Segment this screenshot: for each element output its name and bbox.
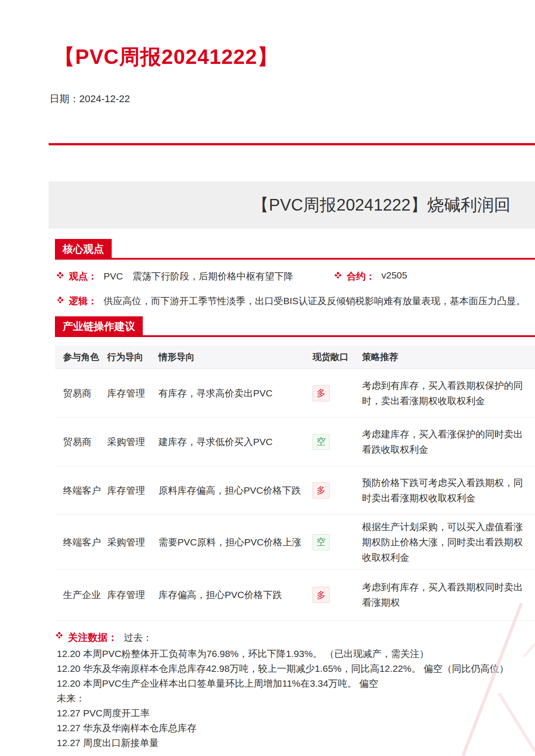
cell-situation: 需要PVC原料，担心PVC价格上涨 bbox=[159, 536, 313, 549]
cell-behavior: 采购管理 bbox=[107, 536, 159, 549]
cell-behavior: 库存管理 bbox=[107, 589, 159, 601]
past-label: 过去： bbox=[124, 630, 152, 645]
col-header-situation: 情形导向 bbox=[159, 351, 313, 363]
contract-label: 合约： bbox=[347, 270, 375, 283]
diamond-bullet-icon bbox=[56, 632, 63, 639]
cell-situation: 库存偏高，担心PVC价格下跌 bbox=[159, 589, 313, 601]
col-header-behavior: 行为导向 bbox=[107, 351, 159, 363]
cell-strategy: 预防价格下跌可考虑买入看跌期权，同时卖出看涨期权收取权利金 bbox=[362, 475, 530, 506]
cell-strategy: 考虑到有库存，买入看跌期权保护的同时，卖出看涨期权收取权利金 bbox=[362, 378, 530, 409]
viewpoint-label: 观点： bbox=[69, 270, 97, 283]
exposure-badge-short: 空 bbox=[313, 434, 330, 450]
col-header-strategy: 策略推荐 bbox=[362, 349, 530, 364]
col-header-role: 参与角色 bbox=[55, 351, 107, 363]
data-watch-item: 12.20 华东及华南原样本仓库总库存42.98万吨，较上一期减少1.65%，同… bbox=[57, 661, 534, 676]
table-row: 贸易商 库存管理 有库存，寻求高价卖出PVC 多 考虑到有库存，买入看跌期权保护… bbox=[55, 369, 535, 418]
cell-role: 生产企业 bbox=[55, 589, 107, 601]
cell-situation: 原料库存偏高，担心PVC价格下跌 bbox=[159, 484, 313, 497]
table-row: 终端客户 采购管理 需要PVC原料，担心PVC价格上涨 空 根据生产计划采购，可… bbox=[55, 515, 535, 570]
cell-role: 终端客户 bbox=[55, 536, 107, 549]
contract-row: 合约： v2505 bbox=[336, 270, 407, 283]
contract-value: v2505 bbox=[381, 270, 407, 281]
cell-exposure: 空 bbox=[313, 434, 362, 450]
page-title: 【PVC周报20241222】 bbox=[54, 43, 278, 71]
data-watch-heading: 关注数据： 过去： bbox=[57, 630, 534, 645]
diamond-bullet-icon bbox=[57, 272, 64, 279]
exposure-badge-short: 空 bbox=[313, 534, 330, 550]
table-row: 贸易商 采购管理 建库存，寻求低价买入PVC 空 考虑建库存，买入看涨保护的同时… bbox=[55, 418, 535, 466]
exposure-badge-long: 多 bbox=[313, 385, 330, 401]
exposure-badge-long: 多 bbox=[313, 587, 330, 603]
advice-heading-underline bbox=[55, 335, 535, 337]
data-watch-item: 12.20 本周PVC粉整体开工负荷率为76.98%，环比下降1.93%。 （已… bbox=[57, 646, 534, 661]
future-label: 未来： bbox=[57, 691, 534, 706]
advice-table: 参与角色 行为导向 情形导向 现货敞口 策略推荐 贸易商 库存管理 有库存，寻求… bbox=[55, 345, 535, 621]
cell-role: 贸易商 bbox=[55, 436, 107, 448]
cell-behavior: 库存管理 bbox=[107, 387, 159, 400]
data-watch-item: 12.27 周度出口新接单量 bbox=[57, 735, 534, 750]
banner-title: 【PVC周报20241222】烧碱利润回 bbox=[49, 181, 535, 229]
col-header-exposure: 现货敞口 bbox=[313, 351, 362, 363]
logic-label: 逻辑： bbox=[69, 295, 97, 307]
data-watch-item: 12.20 本周PVC生产企业样本出口签单量环比上周增加11%在3.34万吨。 … bbox=[57, 676, 534, 691]
core-heading-underline bbox=[55, 258, 535, 260]
top-divider bbox=[49, 143, 535, 145]
advice-table-header: 参与角色 行为导向 情形导向 现货敞口 策略推荐 bbox=[55, 345, 535, 369]
cell-behavior: 库存管理 bbox=[107, 484, 159, 497]
data-watch-item: 12.27 PVC周度开工率 bbox=[57, 706, 534, 720]
viewpoint-text: PVC 震荡下行阶段，后期价格中枢有望下降 bbox=[104, 270, 293, 283]
cell-exposure: 多 bbox=[313, 385, 362, 401]
logic-row: 逻辑： 供应高位，而下游开工季节性淡季，出口受BIS认证及反倾销税影响难有放量表… bbox=[58, 295, 533, 307]
cell-role: 贸易商 bbox=[55, 387, 107, 400]
diamond-bullet-icon bbox=[58, 297, 63, 304]
cell-behavior: 采购管理 bbox=[107, 436, 159, 448]
cell-strategy: 考虑建库存，买入看涨保护的同时卖出看跌收取权利金 bbox=[362, 427, 530, 457]
report-date: 日期：2024-12-22 bbox=[50, 92, 130, 106]
viewpoint-row: 观点： PVC 震荡下行阶段，后期价格中枢有望下降 bbox=[58, 270, 293, 283]
cell-strategy: 根据生产计划采购，可以买入虚值看涨期权防止价格大涨，同时卖出看跌期权收取权利金 bbox=[362, 519, 530, 565]
cell-exposure: 多 bbox=[313, 482, 362, 499]
cell-situation: 建库存，寻求低价买入PVC bbox=[159, 436, 313, 448]
logic-text: 供应高位，而下游开工季节性淡季，出口受BIS认证及反倾销税影响难有放量表现，基本… bbox=[104, 295, 526, 307]
section-heading-core: 核心观点 bbox=[55, 239, 112, 259]
section-heading-advice: 产业链操作建议 bbox=[55, 316, 143, 337]
report-page: 【PVC周报20241222】 日期：2024-12-22 【PVC周报2024… bbox=[0, 0, 535, 756]
data-watch-item: 12.27 华东及华南样本仓库总库存 bbox=[57, 720, 534, 735]
table-row: 终端客户 库存管理 原料库存偏高，担心PVC价格下跌 多 预防价格下跌可考虑买入… bbox=[55, 466, 535, 515]
report-banner: 【PVC周报20241222】烧碱利润回 bbox=[49, 181, 535, 229]
cell-exposure: 多 bbox=[313, 587, 362, 603]
table-row: 生产企业 库存管理 库存偏高，担心PVC价格下跌 多 考虑到有库存，买入看跌期权… bbox=[55, 570, 535, 621]
cell-situation: 有库存，寻求高价卖出PVC bbox=[159, 387, 313, 400]
data-watch-label: 关注数据： bbox=[68, 630, 118, 645]
cell-role: 终端客户 bbox=[55, 484, 107, 497]
cell-exposure: 空 bbox=[313, 534, 362, 550]
cell-strategy: 考虑到有库存，买入看跌期权同时卖出看涨期权 bbox=[362, 580, 530, 610]
exposure-badge-long: 多 bbox=[313, 482, 330, 499]
data-watch-section: 关注数据： 过去： 12.20 本周PVC粉整体开工负荷率为76.98%，环比下… bbox=[57, 630, 534, 750]
diamond-bullet-icon bbox=[335, 272, 342, 279]
